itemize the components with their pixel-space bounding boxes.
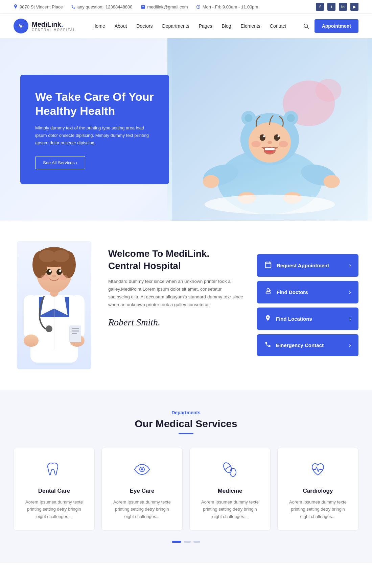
dot-inactive-1[interactable]: [184, 541, 191, 543]
appointment-button[interactable]: Appointment: [315, 19, 358, 33]
dental-title: Dental Care: [22, 488, 86, 494]
eye-icon: [110, 460, 174, 482]
facebook-icon[interactable]: f: [316, 3, 324, 11]
nav-pages[interactable]: Pages: [199, 23, 212, 29]
calendar-icon: [264, 261, 272, 270]
svg-point-61: [267, 289, 269, 291]
svg-rect-40: [72, 330, 79, 332]
svg-rect-39: [72, 328, 79, 329]
hero-section: We Take Care Of Your Healthy Health Mimp…: [0, 38, 372, 221]
title-underline: [179, 433, 193, 434]
doctor-placeholder: [17, 241, 91, 369]
nav-home[interactable]: Home: [92, 23, 105, 29]
brand-name: MediLink.: [32, 21, 76, 28]
svg-point-53: [52, 275, 56, 277]
map-pin-icon: [264, 314, 271, 323]
eye-title: Eye Care: [110, 488, 174, 494]
see-services-button[interactable]: See All Services ›: [35, 156, 85, 169]
dot-inactive-2[interactable]: [193, 541, 200, 543]
svg-point-65: [141, 468, 143, 470]
find-locations-card[interactable]: Find Locations ›: [257, 308, 358, 330]
nav-blog[interactable]: Blog: [222, 23, 231, 29]
welcome-text-col: Welcome To MediLink. Central Hospital Mt…: [95, 241, 257, 369]
cardiology-icon: [286, 460, 350, 482]
linkedin-icon[interactable]: in: [339, 3, 347, 11]
arrow-right-icon: ›: [349, 262, 351, 269]
top-bar: 9870 St Vincent Place any question: 1238…: [0, 0, 372, 14]
request-appointment-label: Request Appointment: [277, 263, 329, 268]
svg-point-55: [60, 275, 68, 280]
welcome-description: Mtandard dummy texr since when an unknow…: [108, 278, 243, 309]
eye-desc: Aorem Ipsumea dummy texte printing setti…: [110, 498, 174, 520]
location-icon: [14, 4, 18, 9]
emergency-phone-icon: [264, 341, 271, 349]
nav-contact[interactable]: Contact: [270, 23, 286, 29]
action-cards-col: Request Appointment › Find Doctors ›: [257, 241, 358, 369]
dental-care-card: Dental Care Aorem Ipsumea dummy texte pr…: [14, 448, 95, 531]
medicine-title: Medicine: [198, 488, 262, 494]
nav-doctors[interactable]: Doctors: [136, 23, 153, 29]
svg-rect-57: [265, 262, 271, 268]
svg-rect-34: [24, 295, 38, 339]
svg-line-2: [307, 27, 308, 28]
find-doctors-card[interactable]: Find Doctors ›: [257, 281, 358, 303]
svg-line-67: [225, 466, 231, 470]
find-locations-label: Find Locations: [276, 316, 312, 322]
cardiology-title: Cardiology: [286, 488, 350, 494]
logo-icon: [14, 19, 28, 33]
svg-point-51: [49, 270, 51, 272]
doctor-image-col: [14, 241, 95, 369]
emergency-contact-card[interactable]: Emergency Contact ›: [257, 334, 358, 356]
medicine-card: Medicine Aorem Ipsumea dummy texte print…: [189, 448, 271, 531]
youtube-icon[interactable]: ▶: [350, 3, 358, 11]
nav-right: Appointment: [303, 19, 358, 33]
clock-icon: [196, 5, 201, 9]
nav-links: Home About Doctors Departments Pages Blo…: [92, 23, 286, 29]
welcome-section: Welcome To MediLink. Central Hospital Mt…: [0, 221, 372, 390]
twitter-icon[interactable]: t: [327, 3, 335, 11]
svg-point-54: [41, 275, 49, 280]
dental-desc: Aorem Ipsumea dummy texte printing setti…: [22, 498, 86, 520]
phone-info: any question: 12388448800: [71, 4, 133, 9]
departments-title: Our Medical Services: [14, 418, 358, 430]
heartbeat-icon: [17, 22, 25, 30]
emergency-contact-label: Emergency Contact: [276, 342, 324, 348]
svg-point-48: [52, 250, 69, 262]
dental-icon: [22, 460, 86, 482]
hours-info: Mon - Fri: 9.00am - 11.00pm: [196, 4, 258, 9]
request-appointment-card[interactable]: Request Appointment ›: [257, 254, 358, 277]
svg-rect-41: [72, 333, 77, 334]
email-icon: [141, 5, 145, 9]
arrow-right-icon-3: ›: [349, 315, 351, 322]
doctor-illustration: [17, 241, 91, 369]
dot-active[interactable]: [172, 541, 181, 543]
hero-title: We Take Care Of Your Healthy Health: [35, 90, 154, 118]
services-grid: Dental Care Aorem Ipsumea dummy texte pr…: [14, 448, 358, 531]
navbar: MediLink. CENTRAL HOSPITAL Home About Do…: [0, 14, 372, 38]
nav-departments[interactable]: Departments: [162, 23, 189, 29]
medicine-icon: [198, 460, 262, 482]
svg-point-56: [46, 325, 52, 332]
nav-elements[interactable]: Elements: [240, 23, 260, 29]
search-icon: [303, 23, 309, 29]
svg-point-36: [24, 335, 39, 347]
departments-section: Departments Our Medical Services Dental …: [0, 390, 372, 563]
nav-about[interactable]: About: [115, 23, 127, 29]
eye-care-card: Eye Care Aorem Ipsumea dummy texte print…: [101, 448, 183, 531]
address-info: 9870 St Vincent Place: [14, 4, 63, 9]
departments-tag: Departments: [14, 410, 358, 415]
svg-point-52: [59, 270, 61, 272]
hero-box: We Take Care Of Your Healthy Health Mimp…: [20, 75, 169, 184]
search-button[interactable]: [303, 23, 309, 29]
top-bar-left: 9870 St Vincent Place any question: 1238…: [14, 4, 258, 9]
welcome-title: Welcome To MediLink. Central Hospital: [108, 248, 243, 272]
hero-content: We Take Care Of Your Healthy Health Mimp…: [0, 54, 372, 204]
signature: Robert Smith.: [108, 317, 243, 328]
logo-text: MediLink. CENTRAL HOSPITAL: [32, 21, 76, 32]
cardiology-card: Cardiology Aorem Ipsumea dummy texte pri…: [277, 448, 358, 531]
phone-icon: [71, 5, 75, 9]
find-doctors-label: Find Doctors: [277, 289, 308, 295]
logo: MediLink. CENTRAL HOSPITAL: [14, 19, 76, 33]
email-info: medilink@gmail.com: [141, 4, 188, 9]
arrow-right-icon-4: ›: [349, 342, 351, 349]
